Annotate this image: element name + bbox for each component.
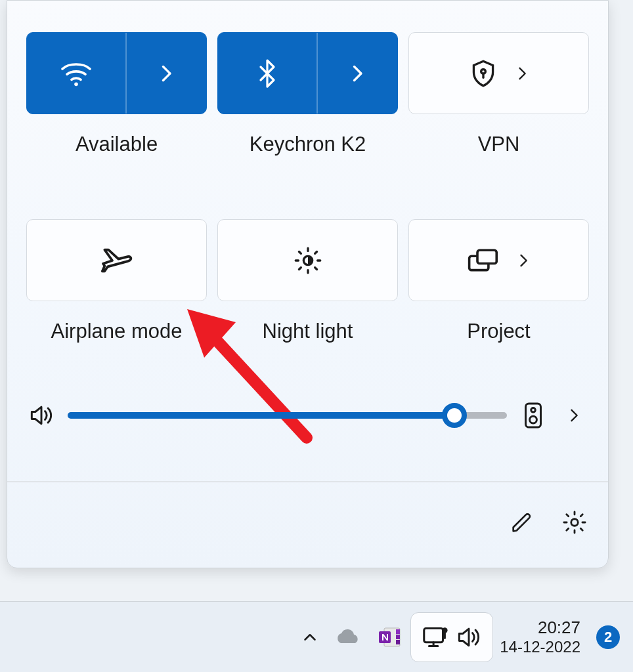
svg-rect-3 [477, 250, 496, 263]
project-icon [466, 243, 501, 278]
wifi-toggle[interactable] [26, 32, 207, 114]
vpn-label: VPN [478, 133, 520, 156]
wifi-expand[interactable] [125, 33, 206, 114]
chevron-right-icon [154, 62, 178, 85]
chevron-right-icon [565, 406, 583, 425]
cloud-icon [333, 627, 363, 647]
svg-rect-11 [396, 629, 400, 634]
bluetooth-toggle-main[interactable] [218, 33, 316, 114]
svg-rect-13 [396, 640, 400, 644]
airplane-label: Airplane mode [51, 320, 183, 343]
wifi-icon [58, 55, 95, 92]
edit-quick-settings-button[interactable] [498, 498, 546, 547]
panel-footer [498, 486, 599, 558]
onenote-icon [376, 624, 403, 650]
tile-project: Project [408, 219, 589, 343]
tile-vpn: VPN [408, 32, 589, 156]
svg-rect-12 [396, 635, 400, 639]
tray-onenote[interactable] [371, 618, 408, 657]
project-toggle[interactable] [408, 219, 589, 301]
audio-output-button[interactable] [519, 401, 548, 430]
audio-device-icon [520, 400, 546, 430]
tile-nightlight: Night light [217, 219, 398, 343]
svg-point-9 [571, 519, 578, 526]
shield-icon [467, 57, 500, 90]
svg-point-7 [531, 408, 536, 413]
bluetooth-toggle[interactable] [217, 32, 398, 114]
bluetooth-expand[interactable] [316, 33, 397, 114]
chevron-right-icon [514, 251, 533, 270]
volume-icon-button[interactable] [27, 401, 56, 430]
bluetooth-label: Keychron K2 [250, 133, 366, 156]
svg-point-0 [74, 82, 78, 86]
sun-icon [292, 244, 324, 277]
tile-wifi: Available [26, 32, 207, 156]
chevron-right-icon [345, 62, 369, 85]
notification-badge[interactable]: 2 [596, 625, 620, 649]
clock-time: 20:27 [500, 618, 580, 638]
chevron-right-icon [513, 64, 531, 83]
nightlight-toggle[interactable] [217, 219, 398, 301]
vpn-toggle[interactable] [408, 32, 589, 114]
clock-date: 14-12-2022 [500, 638, 580, 656]
tray-system-icons[interactable] [410, 612, 493, 662]
volume-slider[interactable] [68, 402, 507, 429]
tray-overflow-button[interactable] [295, 618, 325, 657]
tile-grid: Available Keychron K2 [27, 32, 588, 343]
footer-divider [7, 481, 608, 482]
tile-bluetooth: Keychron K2 [217, 32, 398, 156]
settings-button[interactable] [550, 498, 599, 547]
speaker-icon [27, 400, 56, 430]
nightlight-label: Night light [263, 320, 353, 343]
svg-rect-15 [424, 628, 443, 642]
wifi-toggle-main[interactable] [27, 33, 125, 114]
taskbar: 20:27 14-12-2022 2 [0, 601, 633, 672]
tile-airplane: Airplane mode [26, 219, 207, 343]
speaker-icon [454, 623, 483, 652]
tray-onedrive[interactable] [328, 618, 368, 657]
pencil-icon [509, 509, 535, 536]
gear-icon [561, 509, 588, 536]
chevron-up-icon [300, 627, 320, 647]
audio-output-expand[interactable] [559, 401, 588, 430]
wifi-label: Available [76, 133, 158, 156]
bluetooth-icon [251, 58, 283, 89]
airplane-toggle[interactable] [26, 219, 207, 301]
taskbar-clock[interactable]: 20:27 14-12-2022 [496, 618, 584, 656]
volume-row [27, 392, 588, 439]
airplane-icon [98, 242, 135, 279]
quick-settings-panel: Available Keychron K2 [7, 0, 609, 568]
network-icon [420, 622, 450, 652]
svg-point-8 [530, 416, 537, 423]
project-label: Project [467, 320, 530, 343]
